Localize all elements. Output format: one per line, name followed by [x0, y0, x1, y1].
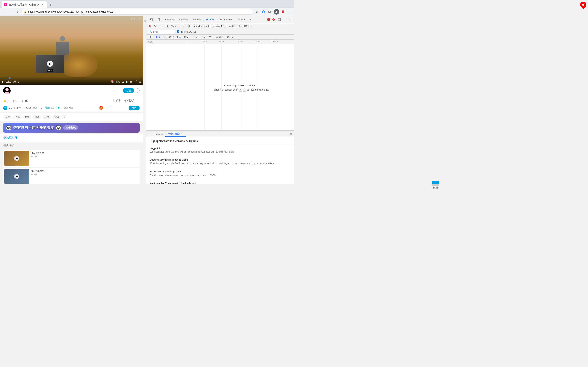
devtools-more-button[interactable]: ⋮	[283, 17, 287, 22]
filter-input[interactable]	[153, 31, 173, 33]
feature-tooltips[interactable]: Detailed tooltips in Inspect Mode When i…	[146, 156, 294, 167]
console-panel-close-button[interactable]: ✕	[288, 132, 293, 136]
whats-new-close-button[interactable]: ✕	[181, 132, 183, 135]
devtools-tab-mobile[interactable]	[155, 18, 163, 21]
devtools-close-button[interactable]: ✕	[288, 17, 293, 22]
coin-stat[interactable]: ◯ 9	[13, 99, 18, 102]
search-button[interactable]	[164, 24, 169, 29]
related-item-2[interactable]: ▶ 相关视频推荐2 5月2日	[3, 168, 140, 184]
record-button[interactable]	[147, 24, 152, 29]
type-img[interactable]: Img	[176, 35, 182, 39]
type-js[interactable]: JS	[162, 35, 168, 39]
preserve-log-label[interactable]: Preserve log	[208, 25, 224, 27]
extension-icon[interactable]: G	[260, 9, 266, 15]
console-tab-console[interactable]: Console	[152, 131, 165, 137]
clear-button[interactable]	[153, 24, 157, 29]
view-list-button[interactable]	[178, 24, 182, 29]
help-button[interactable]: ?	[136, 89, 140, 92]
menu-button[interactable]: ⋮	[287, 9, 292, 15]
login-link[interactable]: 登录	[45, 106, 50, 110]
subtitle-button[interactable]: ■	[126, 80, 128, 83]
tag-item-2[interactable]: 金毛	[13, 115, 22, 119]
filter-button[interactable]	[159, 24, 164, 29]
devtools-tab-more[interactable]: »	[247, 18, 253, 21]
refresh-button[interactable]: ↻	[15, 9, 20, 15]
star-stat[interactable]: ★ 15	[22, 99, 27, 102]
bookmark-button[interactable]: ★	[254, 9, 260, 15]
auto-button[interactable]: 自动	[116, 80, 120, 83]
feature-coverage[interactable]: Export code coverage data The Coverage t…	[146, 168, 294, 179]
more-stat[interactable]: ⋮	[137, 100, 140, 102]
fullscreen-button[interactable]: ⛶	[134, 80, 137, 83]
devtools-tab-memory[interactable]: Memory	[234, 18, 247, 21]
type-font[interactable]: Font	[192, 35, 200, 39]
theater-button[interactable]: ◽	[129, 80, 133, 83]
offline-label[interactable]: Offline	[242, 25, 252, 27]
type-css[interactable]: CSS	[168, 35, 176, 39]
view-waterfall-button[interactable]	[183, 24, 188, 29]
danmaku-settings[interactable]: 弹幕设置	[64, 106, 73, 110]
active-tab[interactable]: B 主人喊小金毛过来，结果被n次 ✕	[2, 1, 47, 8]
type-other[interactable]: Other	[226, 35, 234, 39]
devtools-tab-performance[interactable]: Performance	[216, 18, 234, 21]
follow-button[interactable]: + 关注	[123, 88, 134, 93]
like-icon: 👍	[3, 100, 6, 102]
new-tab-button[interactable]: +	[48, 2, 53, 8]
tag-item-4[interactable]: 可爱	[33, 115, 41, 119]
more-button[interactable]: ◉	[139, 80, 141, 83]
like-stat[interactable]: 👍 42	[3, 99, 10, 102]
console-menu-icon[interactable]: ⋮	[147, 132, 152, 136]
tag-item-5[interactable]: 日常	[43, 115, 51, 119]
extension-btn-2[interactable]: !	[280, 9, 286, 15]
register-link[interactable]: 注册	[56, 106, 61, 110]
recording-message: Recording network activity… Perform a re…	[187, 44, 294, 131]
forward-button[interactable]: →	[8, 9, 14, 15]
report-stat[interactable]: 稿件投诉	[124, 99, 134, 103]
devtools-tab-console[interactable]: Console	[177, 18, 190, 21]
hide-data-urls-label[interactable]: Hide data URLs	[177, 30, 196, 33]
banner-ad[interactable]: 🐼 你有没有当原画师的潜质 🐼 点击测试	[3, 123, 140, 133]
progress-bar[interactable]	[2, 78, 141, 78]
settings-button[interactable]: ⚙	[122, 80, 124, 83]
share-stat[interactable]: ➤ 分享	[113, 99, 121, 103]
devtools-tab-sources[interactable]: Sources	[190, 18, 203, 21]
profile-button[interactable]	[274, 9, 279, 15]
tag-item-1[interactable]: 萌宠	[3, 115, 12, 119]
tab-close-button[interactable]: ✕	[41, 3, 44, 6]
preserve-log-checkbox[interactable]	[208, 25, 211, 27]
devtools-dock-button[interactable]	[277, 17, 282, 22]
tag-item-6[interactable]: 宠物	[52, 115, 61, 119]
type-media[interactable]: Media	[182, 35, 192, 39]
feature-logpoints[interactable]: Logpoints Log messages to the Console wi…	[146, 144, 294, 156]
type-doc[interactable]: Doc	[200, 35, 207, 39]
console-tab-whats-new[interactable]: What's New ✕	[165, 131, 186, 137]
gift-icon[interactable]: 🎁	[99, 106, 103, 110]
send-button[interactable]: 发送	[129, 106, 140, 110]
disable-cache-label[interactable]: Disable cache	[225, 25, 242, 27]
mute-button[interactable]: 🔇	[111, 80, 114, 83]
type-all[interactable]: All	[148, 35, 154, 39]
group-by-frame-checkbox[interactable]	[190, 25, 192, 27]
feature-keyboard-nav[interactable]: Navigate the Console with the keyboard P…	[146, 179, 294, 184]
devtools-error-icon[interactable]: !	[271, 17, 276, 22]
disable-cache-checkbox[interactable]	[225, 25, 227, 27]
devtools-tab-inspect[interactable]	[147, 18, 155, 21]
comments-sort-button[interactable]: 按热度排序	[3, 136, 140, 140]
channel-avatar[interactable]	[3, 87, 11, 94]
type-ws[interactable]: WS	[207, 35, 214, 39]
type-xhr[interactable]: XHR	[154, 35, 162, 39]
hide-data-urls-checkbox[interactable]	[177, 30, 179, 33]
play-button[interactable]: ▶	[2, 80, 4, 83]
cast-icon[interactable]	[267, 9, 273, 15]
devtools-tab-network[interactable]: Network	[203, 18, 216, 21]
related-item-1[interactable]: ▶ 相关视频推荐 5月3日	[3, 150, 140, 167]
add-tag-button[interactable]: +	[62, 115, 67, 119]
banner-cta[interactable]: 点击测试	[63, 125, 78, 130]
offline-checkbox[interactable]	[242, 25, 245, 27]
type-manifest[interactable]: Manifest	[214, 35, 226, 39]
back-button[interactable]: ←	[2, 9, 7, 15]
group-by-frame-label[interactable]: Group by frame	[190, 25, 208, 27]
tag-item-3[interactable]: 搞笑	[23, 115, 31, 119]
devtools-tab-elements[interactable]: Elements	[163, 18, 177, 21]
url-bar[interactable]: 🔒 https://www.bilibili.com/video/av51038…	[21, 9, 253, 15]
